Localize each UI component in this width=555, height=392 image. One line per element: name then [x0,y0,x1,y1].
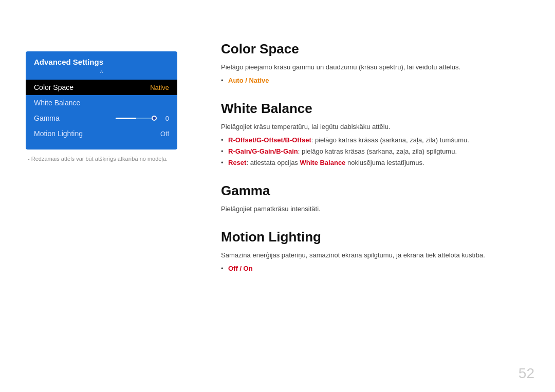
menu-item-motion-lighting-label: Motion Lighting [34,129,83,138]
left-panel: Advanced Settings ^ Color Space Native W… [26,51,177,162]
color-space-title: Color Space [221,41,519,57]
gamma-slider-wrap: 0 [116,115,169,122]
color-space-bullets: Auto / Native [221,75,519,86]
page-number: 52 [519,365,534,382]
white-balance-bullet-3: Reset: atiestata opcijas White Balance n… [221,157,519,169]
menu-item-color-space-label: Color Space [34,83,73,91]
menu-item-gamma[interactable]: Gamma 0 [26,110,177,126]
white-balance-bullets: R-Offset/G-Offset/B-Offset: pielāgo katr… [221,135,519,169]
white-balance-bullet-1: R-Offset/G-Offset/B-Offset: pielāgo katr… [221,135,519,146]
white-balance-title: White Balance [221,101,519,117]
menu-item-white-balance[interactable]: White Balance [26,95,177,110]
menu-item-gamma-label: Gamma [34,114,60,122]
reset-label: Reset [228,159,246,166]
gamma-title: Gamma [221,183,519,199]
menu-item-white-balance-label: White Balance [34,99,80,107]
footnote: - Redzamais attēls var būt atšķirīgs atk… [26,156,177,162]
motion-lighting-body: Samazina enerģijas patēriņu, samazinot e… [221,250,519,261]
color-space-options: Auto / Native [228,77,269,84]
menu-item-motion-lighting[interactable]: Motion Lighting Off [26,126,177,141]
gamma-slider-fill [116,118,136,119]
menu-item-color-space-value: Native [150,84,169,91]
gamma-body: Pielägojiet pamatkräsu intensitäti. [221,204,519,215]
white-balance-bullet-2: R-Gain/G-Gain/B-Gain: pielāgo katras krä… [221,146,519,157]
section-white-balance: White Balance Pielägojiet kräsu temperat… [221,101,519,169]
motion-lighting-title: Motion Lighting [221,229,519,245]
white-balance-body: Pielägojiet kräsu temperatüru, lai iegüt… [221,122,519,133]
menu-item-motion-lighting-value: Off [160,130,169,138]
motion-lighting-bullet-1: Off / On [221,263,519,274]
gamma-value: 0 [161,115,169,122]
menu-item-color-space[interactable]: Color Space Native [26,80,177,95]
settings-box: Advanced Settings ^ Color Space Native W… [26,51,177,150]
motion-lighting-bullets: Off / On [221,263,519,274]
section-gamma: Gamma Pielägojiet pamatkräsu intensitäti… [221,183,519,215]
color-space-bullet-1: Auto / Native [221,75,519,86]
gamma-slider-track[interactable] [116,118,157,119]
right-content: Color Space Pielägo pieejamo kräsu gammu… [221,41,519,289]
gamma-slider-thumb [152,116,157,121]
r-gain-label: R-Gain/G-Gain/B-Gain [228,147,298,155]
motion-lighting-options: Off / On [228,265,253,272]
white-balance-bold: White Balance [300,159,345,166]
chevron-icon: ^ [26,69,177,80]
section-color-space: Color Space Pielägo pieejamo kräsu gammu… [221,41,519,86]
section-motion-lighting: Motion Lighting Samazina enerģijas patēr… [221,229,519,274]
r-offset-label: R-Offset/G-Offset/B-Offset [228,136,311,144]
color-space-body: Pielägo pieejamo kräsu gammu un daudzumu… [221,62,519,73]
settings-title: Advanced Settings [26,58,177,69]
